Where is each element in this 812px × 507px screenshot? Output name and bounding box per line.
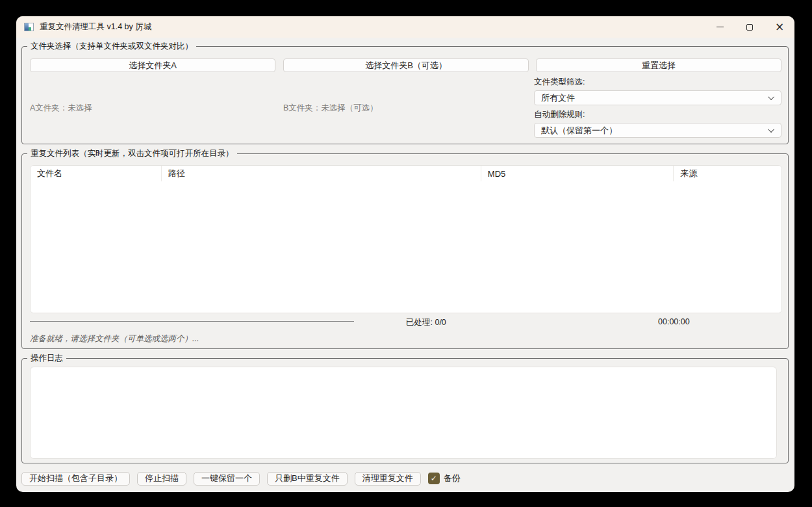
check-icon: ✓ — [431, 474, 437, 482]
close-button[interactable]: × — [765, 16, 794, 38]
column-header-source[interactable]: 来源 — [674, 166, 781, 181]
status-message: 准备就绪，请选择文件夹（可单选或选两个）... — [30, 333, 199, 344]
chevron-down-icon — [768, 126, 774, 133]
window-controls: × — [705, 16, 794, 38]
processed-count-label: 已处理: 0/0 — [406, 317, 446, 328]
chevron-down-icon — [768, 94, 774, 100]
start-scan-button[interactable]: 开始扫描（包含子目录） — [21, 472, 130, 486]
titlebar[interactable]: 重复文件清理工具 v1.4 by 厉城 × — [16, 16, 794, 38]
duplicate-list-legend: 重复文件列表（实时更新，双击文件项可打开所在目录） — [27, 148, 237, 159]
select-folder-a-button[interactable]: 选择文件夹A — [30, 58, 275, 72]
app-icon — [24, 23, 34, 31]
column-header-path[interactable]: 路径 — [162, 166, 481, 181]
backup-checkbox[interactable]: ✓ 备份 — [428, 473, 461, 484]
minimize-icon — [717, 27, 724, 27]
maximize-button[interactable] — [735, 16, 765, 38]
duplicate-file-table: 文件名 路径 MD5 来源 — [30, 165, 782, 313]
column-header-filename[interactable]: 文件名 — [31, 166, 162, 181]
file-type-filter-combobox[interactable]: 所有文件 — [534, 90, 781, 105]
log-textarea[interactable] — [30, 367, 777, 459]
auto-delete-rule-value: 默认（保留第一个） — [541, 125, 617, 136]
stop-scan-button[interactable]: 停止扫描 — [137, 472, 186, 486]
operation-log-legend: 操作日志 — [27, 353, 66, 364]
maximize-icon — [746, 24, 753, 31]
window-title: 重复文件清理工具 v1.4 by 厉城 — [40, 21, 151, 32]
auto-delete-rule-combobox[interactable]: 默认（保留第一个） — [534, 123, 781, 138]
action-bar: 开始扫描（包含子目录） 停止扫描 一键保留一个 只删B中重复文件 清理重复文件 … — [21, 471, 461, 486]
reset-selection-button[interactable]: 重置选择 — [536, 58, 781, 72]
folder-selection-legend: 文件夹选择（支持单文件夹或双文件夹对比） — [27, 41, 196, 52]
auto-delete-rule-label: 自动删除规则: — [534, 109, 585, 120]
close-icon: × — [775, 21, 784, 32]
delete-b-duplicates-button[interactable]: 只删B中重复文件 — [267, 472, 348, 486]
table-body[interactable] — [31, 181, 781, 313]
file-type-filter-label: 文件类型筛选: — [534, 77, 585, 88]
folder-a-status: A文件夹：未选择 — [30, 103, 92, 114]
elapsed-timer-label: 00:00:00 — [658, 317, 690, 326]
clean-duplicates-button[interactable]: 清理重复文件 — [355, 472, 421, 486]
keep-one-button[interactable]: 一键保留一个 — [194, 472, 260, 486]
scan-progressbar — [30, 321, 354, 322]
file-type-filter-value: 所有文件 — [541, 92, 575, 104]
checkbox-checked-icon: ✓ — [428, 473, 440, 484]
table-header-row: 文件名 路径 MD5 来源 — [31, 166, 781, 182]
minimize-button[interactable] — [705, 16, 735, 38]
column-header-md5[interactable]: MD5 — [481, 166, 674, 181]
app-window: 重复文件清理工具 v1.4 by 厉城 × 文件夹选择（支持单文件夹或双文件夹对… — [16, 16, 794, 492]
select-folder-b-button[interactable]: 选择文件夹B（可选） — [283, 58, 529, 72]
backup-checkbox-label: 备份 — [444, 473, 461, 484]
folder-b-status: B文件夹：未选择（可选） — [283, 103, 378, 114]
